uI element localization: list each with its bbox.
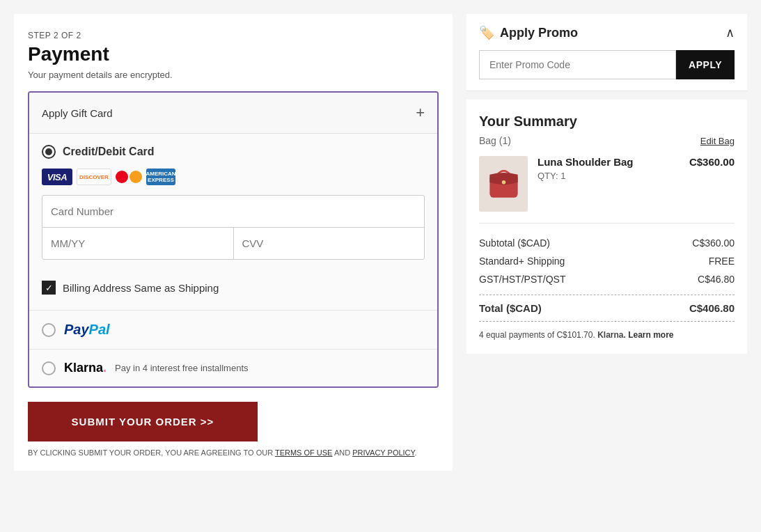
- visa-logo: VISA: [42, 169, 72, 185]
- card-inputs: [42, 195, 425, 260]
- page-title: Payment: [28, 43, 439, 65]
- tax-label: GST/HST/PST/QST: [479, 274, 565, 285]
- total-row: Total ($CAD) C$406.80: [479, 295, 735, 322]
- svg-point-1: [501, 180, 505, 185]
- product-row: Luna Shoulder Bag QTY: 1 C$360.00: [479, 156, 735, 224]
- billing-checkbox[interactable]: [42, 281, 56, 295]
- gift-card-row[interactable]: Apply Gift Card +: [29, 93, 437, 134]
- payment-box: Apply Gift Card + Credit/Debit Card VISA…: [28, 91, 439, 388]
- product-image: [479, 156, 528, 212]
- shipping-value: FREE: [709, 256, 735, 267]
- klarna-radio[interactable]: [42, 361, 56, 375]
- paypal-section[interactable]: PayPal: [29, 311, 437, 350]
- expiry-input[interactable]: [42, 228, 234, 259]
- promo-header: 🏷️ Apply Promo ∧: [479, 25, 735, 40]
- promo-icon: 🏷️: [479, 25, 494, 40]
- product-name: Luna Shoulder Bag: [538, 156, 680, 168]
- summary-section: Your Summary Bag (1) Edit Bag: [466, 100, 747, 354]
- product-thumbnail: [485, 162, 523, 207]
- klarna-tagline: Pay in 4 interest free installments: [115, 363, 248, 373]
- terms-of-use-link[interactable]: TERMS OF USE: [275, 448, 333, 457]
- mastercard-logo: [116, 169, 142, 185]
- credit-card-header: Credit/Debit Card: [42, 145, 425, 159]
- product-qty: QTY: 1: [538, 171, 680, 181]
- submit-button[interactable]: SUBMIT YOUR ORDER >>: [28, 402, 258, 441]
- promo-section: 🏷️ Apply Promo ∧ APPLY: [466, 14, 747, 91]
- credit-card-radio[interactable]: [42, 145, 56, 159]
- card-row2: [42, 228, 424, 259]
- card-number-input[interactable]: [42, 196, 424, 228]
- promo-chevron-icon[interactable]: ∧: [725, 25, 735, 40]
- billing-row: Billing Address Same as Shipping: [42, 271, 425, 299]
- left-panel: STEP 2 OF 2 Payment Your payment details…: [14, 14, 453, 471]
- klarna-info: 4 equal payments of C$101.70. Klarna. Le…: [479, 330, 735, 340]
- discover-logo: DISCOVER: [77, 169, 111, 185]
- klarna-logo: Klarna.: [64, 361, 107, 375]
- summary-title: Your Summary: [479, 114, 735, 130]
- totals-section: Subtotal ($CAD) C$360.00 Standard+ Shipp…: [479, 237, 735, 322]
- apply-button[interactable]: APPLY: [676, 50, 735, 79]
- promo-input[interactable]: [479, 50, 676, 79]
- total-label: Total ($CAD): [479, 302, 542, 314]
- tax-row: GST/HST/PST/QST C$46.80: [479, 274, 735, 285]
- cvv-input[interactable]: [234, 228, 425, 259]
- shipping-label: Standard+ Shipping: [479, 256, 565, 267]
- credit-card-label: Credit/Debit Card: [63, 146, 155, 158]
- step-label: STEP 2 OF 2: [28, 31, 439, 40]
- mc-left: [116, 171, 128, 183]
- subtitle: Your payment details are encrypted.: [28, 70, 439, 80]
- card-logos: VISA DISCOVER AMERICAN EXPRESS: [42, 169, 425, 185]
- right-panel: 🏷️ Apply Promo ∧ APPLY Your Summary Bag …: [466, 14, 747, 471]
- mc-right: [130, 171, 142, 183]
- promo-title: 🏷️ Apply Promo: [479, 25, 578, 40]
- plus-icon: +: [416, 104, 425, 122]
- klarna-section[interactable]: Klarna. Pay in 4 interest free installme…: [29, 350, 437, 386]
- terms-text: BY CLICKING SUBMIT YOUR ORDER, YOU ARE A…: [28, 448, 439, 457]
- bag-row: Bag (1) Edit Bag: [479, 135, 735, 146]
- shipping-row: Standard+ Shipping FREE: [479, 256, 735, 267]
- subtotal-value: C$360.00: [692, 237, 735, 249]
- subtotal-row: Subtotal ($CAD) C$360.00: [479, 237, 735, 249]
- product-info: Luna Shoulder Bag QTY: 1: [538, 156, 680, 181]
- paypal-logo: PayPal: [64, 322, 110, 338]
- privacy-policy-link[interactable]: PRIVACY POLICY: [352, 448, 414, 457]
- promo-input-row: APPLY: [479, 50, 735, 79]
- credit-card-section: Credit/Debit Card VISA DISCOVER AMERICAN…: [29, 134, 437, 311]
- amex-logo: AMERICAN EXPRESS: [146, 169, 175, 185]
- total-value: C$406.80: [689, 302, 735, 314]
- paypal-radio[interactable]: [42, 323, 56, 337]
- gift-card-label: Apply Gift Card: [42, 107, 113, 119]
- edit-bag-link[interactable]: Edit Bag: [700, 136, 735, 146]
- tax-value: C$46.80: [698, 274, 735, 285]
- bag-label: Bag (1): [479, 135, 511, 146]
- billing-label: Billing Address Same as Shipping: [63, 282, 219, 294]
- klarna-learn-more-link[interactable]: Learn more: [628, 330, 673, 340]
- product-price: C$360.00: [689, 156, 735, 168]
- subtotal-label: Subtotal ($CAD): [479, 237, 550, 249]
